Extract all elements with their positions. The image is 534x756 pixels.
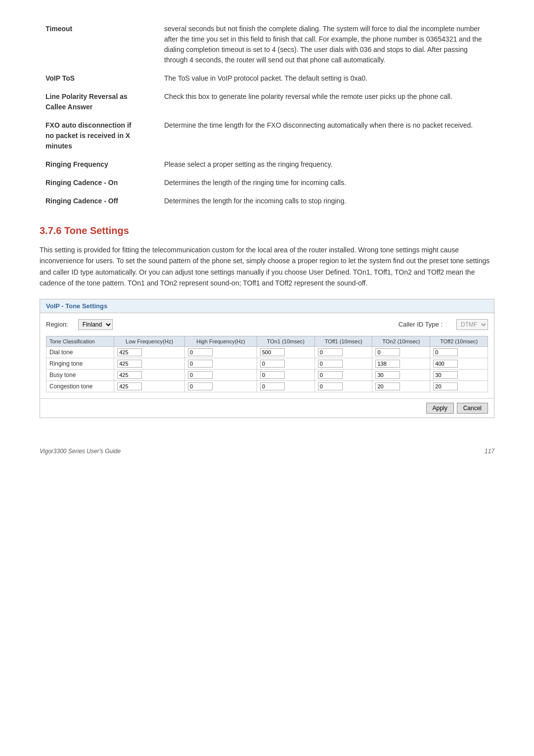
tone-input-cell[interactable] bbox=[430, 380, 488, 392]
tone-value-input[interactable] bbox=[260, 371, 285, 379]
tone-settings-panel: VoIP - Tone Settings Region: Finland Cal… bbox=[40, 299, 494, 418]
region-select[interactable]: Finland bbox=[78, 319, 113, 330]
tone-row: Busy tone bbox=[46, 369, 488, 380]
def-description: Please select a proper setting as the ri… bbox=[158, 155, 494, 174]
tone-input-cell[interactable] bbox=[430, 346, 488, 358]
tone-value-input[interactable] bbox=[375, 382, 400, 390]
tone-classification: Congestion tone bbox=[46, 380, 114, 392]
def-term: Line Polarity Reversal asCallee Answer bbox=[40, 88, 158, 116]
cancel-button[interactable]: Cancel bbox=[457, 403, 488, 414]
tone-col-header: TOff2 (10msec) bbox=[430, 336, 488, 346]
tone-value-input[interactable] bbox=[318, 348, 343, 356]
tone-input-cell[interactable] bbox=[314, 380, 372, 392]
tone-value-input[interactable] bbox=[433, 371, 458, 379]
def-term: FXO auto disconnection ifno packet is re… bbox=[40, 116, 158, 155]
def-description: Determine the time length for the FXO di… bbox=[158, 116, 494, 155]
tone-input-cell[interactable] bbox=[114, 346, 185, 358]
def-description: Check this box to generate line polarity… bbox=[158, 88, 494, 116]
def-row: VoIP ToSThe ToS value in VoIP protocol p… bbox=[40, 69, 494, 88]
footer-product: Vigor3300 Series User's Guide bbox=[40, 448, 121, 455]
def-description: Determines the length of the ringing tim… bbox=[158, 174, 494, 192]
tone-value-input[interactable] bbox=[318, 360, 343, 368]
tone-row: Ringing tone bbox=[46, 358, 488, 369]
def-row: Ringing Cadence - OffDetermines the leng… bbox=[40, 192, 494, 210]
def-term: Ringing Cadence - On bbox=[40, 174, 158, 192]
def-term: Ringing Cadence - Off bbox=[40, 192, 158, 210]
tone-input-cell[interactable] bbox=[372, 369, 430, 380]
tone-input-cell[interactable] bbox=[184, 358, 257, 369]
tone-row: Congestion tone bbox=[46, 380, 488, 392]
tone-value-input[interactable] bbox=[260, 382, 285, 390]
tone-classification: Busy tone bbox=[46, 369, 114, 380]
tone-value-input[interactable] bbox=[318, 382, 343, 390]
def-description: several seconds but not finish the compl… bbox=[158, 20, 494, 69]
tone-value-input[interactable] bbox=[318, 371, 343, 379]
region-label: Region: bbox=[46, 321, 68, 328]
tone-value-input[interactable] bbox=[188, 360, 213, 368]
tone-input-cell[interactable] bbox=[257, 369, 314, 380]
tone-col-header: TOn1 (10msec) bbox=[257, 336, 314, 346]
region-row: Region: Finland Caller ID Type : DTMF bbox=[46, 319, 488, 330]
tone-input-cell[interactable] bbox=[257, 380, 314, 392]
tone-col-header: Tone Classification bbox=[46, 336, 114, 346]
footer-page: 117 bbox=[485, 448, 494, 455]
tone-input-cell[interactable] bbox=[184, 346, 257, 358]
tone-input-cell[interactable] bbox=[372, 380, 430, 392]
tone-input-cell[interactable] bbox=[184, 369, 257, 380]
caller-id-select[interactable]: DTMF bbox=[456, 319, 488, 330]
tone-value-input[interactable] bbox=[375, 371, 400, 379]
def-description: The ToS value in VoIP protocol packet. T… bbox=[158, 69, 494, 88]
tone-value-input[interactable] bbox=[117, 360, 142, 368]
tone-value-input[interactable] bbox=[433, 360, 458, 368]
button-row: Apply Cancel bbox=[40, 398, 494, 418]
section-body: This setting is provided for fitting the… bbox=[40, 244, 494, 289]
def-row: Ringing Cadence - OnDetermines the lengt… bbox=[40, 174, 494, 192]
tone-value-input[interactable] bbox=[117, 371, 142, 379]
tone-value-input[interactable] bbox=[375, 348, 400, 356]
tone-input-cell[interactable] bbox=[114, 358, 185, 369]
definition-table: Timeoutseveral seconds but not finish th… bbox=[40, 20, 494, 210]
tone-value-input[interactable] bbox=[433, 382, 458, 390]
tone-value-input[interactable] bbox=[117, 348, 142, 356]
def-description: Determines the length for the incoming c… bbox=[158, 192, 494, 210]
tone-input-cell[interactable] bbox=[314, 369, 372, 380]
page-footer: Vigor3300 Series User's Guide 117 bbox=[40, 448, 494, 455]
tone-value-input[interactable] bbox=[260, 360, 285, 368]
tone-input-cell[interactable] bbox=[114, 369, 185, 380]
tone-value-input[interactable] bbox=[433, 348, 458, 356]
tone-col-header: TOff1 (10msec) bbox=[314, 336, 372, 346]
tone-input-cell[interactable] bbox=[184, 380, 257, 392]
tone-input-cell[interactable] bbox=[314, 358, 372, 369]
tone-col-header: Low Frequency(Hz) bbox=[114, 336, 185, 346]
def-term: Timeout bbox=[40, 20, 158, 69]
tone-classification: Ringing tone bbox=[46, 358, 114, 369]
panel-title: VoIP - Tone Settings bbox=[40, 299, 494, 313]
tone-input-cell[interactable] bbox=[372, 358, 430, 369]
tone-input-cell[interactable] bbox=[372, 346, 430, 358]
tone-table: Tone ClassificationLow Frequency(Hz)High… bbox=[46, 336, 488, 392]
def-term: Ringing Frequency bbox=[40, 155, 158, 174]
tone-input-cell[interactable] bbox=[314, 346, 372, 358]
tone-col-header: TOn2 (10msec) bbox=[372, 336, 430, 346]
tone-input-cell[interactable] bbox=[114, 380, 185, 392]
section-heading: 3.7.6 Tone Settings bbox=[40, 225, 494, 236]
def-term: VoIP ToS bbox=[40, 69, 158, 88]
caller-id-label: Caller ID Type : bbox=[399, 321, 443, 328]
tone-value-input[interactable] bbox=[188, 348, 213, 356]
apply-button[interactable]: Apply bbox=[426, 403, 454, 414]
tone-row: Dial tone bbox=[46, 346, 488, 358]
tone-col-header: High Frequency(Hz) bbox=[184, 336, 257, 346]
tone-classification: Dial tone bbox=[46, 346, 114, 358]
tone-value-input[interactable] bbox=[188, 371, 213, 379]
tone-input-cell[interactable] bbox=[257, 346, 314, 358]
def-row: Line Polarity Reversal asCallee AnswerCh… bbox=[40, 88, 494, 116]
tone-input-cell[interactable] bbox=[257, 358, 314, 369]
tone-value-input[interactable] bbox=[117, 382, 142, 390]
tone-value-input[interactable] bbox=[375, 360, 400, 368]
tone-value-input[interactable] bbox=[260, 348, 285, 356]
def-row: Timeoutseveral seconds but not finish th… bbox=[40, 20, 494, 69]
tone-value-input[interactable] bbox=[188, 382, 213, 390]
def-row: Ringing FrequencyPlease select a proper … bbox=[40, 155, 494, 174]
tone-input-cell[interactable] bbox=[430, 369, 488, 380]
tone-input-cell[interactable] bbox=[430, 358, 488, 369]
